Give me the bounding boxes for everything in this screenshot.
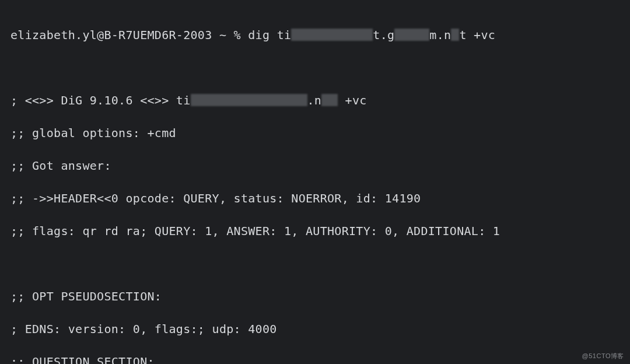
redaction: [394, 29, 429, 41]
user-host: elizabeth.yl@B-R7UEMD6R-2003: [10, 28, 212, 42]
opt-section-title: ;; OPT PSEUDOSECTION:: [10, 288, 620, 304]
prompt-sep: %: [234, 28, 241, 42]
flags-line: ;; flags: qr rd ra; QUERY: 1, ANSWER: 1,…: [10, 223, 620, 239]
edns-line: ; EDNS: version: 0, flags:; udp: 4000: [10, 321, 620, 337]
global-options: ;; global options: +cmd: [10, 125, 620, 141]
cmd-part: t +vc: [459, 28, 495, 42]
watermark: @51CTO博客: [582, 352, 624, 360]
dig-banner: ; <<>> DiG 9.10.6 <<>> ti.n +vc: [10, 92, 620, 108]
blank-line: [10, 60, 620, 76]
redaction: [191, 94, 307, 106]
cwd: ~: [219, 28, 226, 42]
cmd-part: m.n: [429, 28, 451, 42]
cmd-part: dig ti: [248, 28, 291, 42]
blank-line: [10, 256, 620, 272]
terminal-output: elizabeth.yl@B-R7UEMD6R-2003 ~ % dig tit…: [0, 0, 630, 364]
header-line: ;; ->>HEADER<<0 opcode: QUERY, status: N…: [10, 190, 620, 206]
redaction: [321, 94, 338, 106]
redaction: [291, 29, 373, 41]
prompt-line[interactable]: elizabeth.yl@B-R7UEMD6R-2003 ~ % dig tit…: [10, 27, 620, 43]
got-answer: ;; Got answer:: [10, 158, 620, 174]
question-section-title: ;; QUESTION SECTION:: [10, 354, 620, 364]
cmd-part: t.g: [373, 28, 394, 42]
redaction: [451, 29, 459, 41]
